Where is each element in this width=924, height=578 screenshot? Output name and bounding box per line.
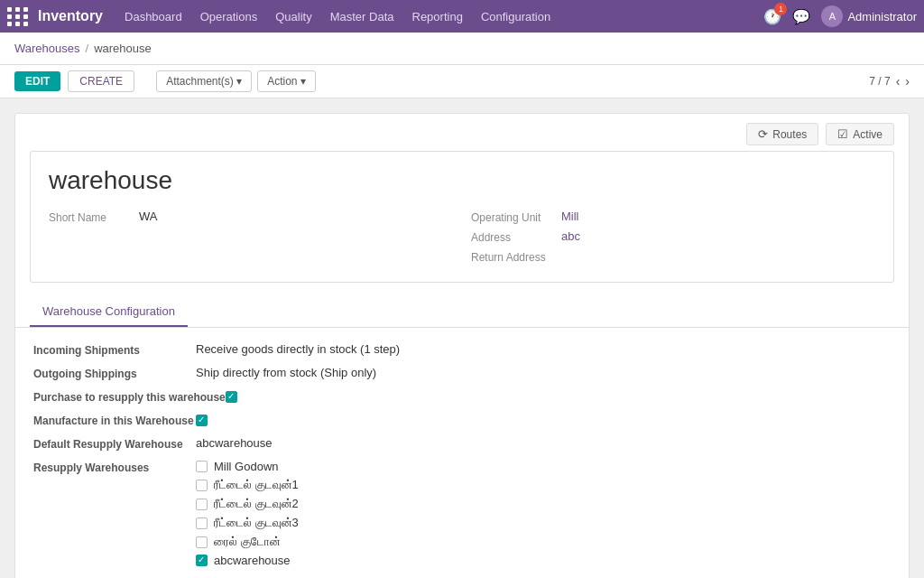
config-section: Incoming Shipments Receive goods directl… <box>15 328 909 578</box>
content-area: ⟳ Routes ☑ Active warehouse Short Name W… <box>0 98 924 578</box>
next-button[interactable]: › <box>905 74 910 89</box>
breadcrumb-parent[interactable]: Warehouses <box>14 42 80 55</box>
incoming-label: Incoming Shipments <box>33 342 196 357</box>
pagination-area: 7 / 7 ‹ › <box>869 74 910 89</box>
resupply-item-label: ரீட்டைல் குடவுன்3 <box>214 516 299 530</box>
incoming-value: Receive goods directly in stock (1 step) <box>196 342 400 356</box>
action-button[interactable]: Action ▾ <box>257 70 316 92</box>
address-value[interactable]: abc <box>561 229 580 243</box>
default-resupply-label: Default Resupply Warehouse <box>33 436 196 451</box>
resupply-item-label: ரீட்டைல் குடவுன்1 <box>214 478 299 492</box>
breadcrumb: Warehouses / warehouse <box>14 42 152 55</box>
nav-quality[interactable]: Quality <box>275 10 311 23</box>
app-grid-icon[interactable] <box>7 7 29 26</box>
purchase-label: Purchase to resupply this warehouse <box>33 389 226 404</box>
list-item[interactable]: abcwarehouse <box>196 554 299 567</box>
nav-dashboard[interactable]: Dashboard <box>125 10 182 23</box>
routes-icon: ⟳ <box>758 127 768 141</box>
resupply-item-label: ரைல் குடோன் <box>214 535 281 549</box>
nav-operations[interactable]: Operations <box>200 10 258 23</box>
list-item[interactable]: ரீட்டைல் குடவுன்3 <box>196 516 299 530</box>
card-top-actions: ⟳ Routes ☑ Active <box>15 114 909 151</box>
app-name: Inventory <box>38 8 103 24</box>
return-address-label: Return Address <box>471 249 552 264</box>
resupply-item-label: abcwarehouse <box>214 554 291 567</box>
warehouse-title: warehouse <box>49 166 875 195</box>
manufacture-row: Manufacture in this Warehouse <box>33 413 891 427</box>
avatar: A <box>821 5 843 27</box>
attachments-button[interactable]: Attachment(s) ▾ <box>156 70 252 92</box>
checkbox-empty-icon[interactable] <box>196 461 208 472</box>
address-row: Address abc <box>471 229 875 244</box>
nav-configuration[interactable]: Configuration <box>481 10 550 23</box>
operating-unit-row: Operating Unit Mill <box>471 210 875 224</box>
list-item[interactable]: ரைல் குடோன் <box>196 535 299 549</box>
return-address-row: Return Address <box>471 249 875 264</box>
address-label: Address <box>471 229 552 244</box>
manufacture-checked-icon <box>196 415 208 426</box>
breadcrumb-separator: / <box>86 42 89 55</box>
breadcrumb-current: warehouse <box>94 42 152 55</box>
nav-master-data[interactable]: Master Data <box>330 10 394 23</box>
manufacture-label: Manufacture in this Warehouse <box>33 413 196 427</box>
routes-button[interactable]: ⟳ Routes <box>746 123 818 145</box>
operating-unit-label: Operating Unit <box>471 210 552 224</box>
checkbox-empty-icon[interactable] <box>196 517 208 529</box>
checkbox-empty-icon[interactable] <box>196 480 208 491</box>
resupply-warehouses-label: Resupply Warehouses <box>33 460 196 474</box>
field-grid: Short Name WA Operating Unit Mill Addres… <box>49 210 875 264</box>
checkbox-checked-icon[interactable] <box>196 555 208 566</box>
outgoing-label: Outgoing Shippings <box>33 366 196 380</box>
short-name-row: Short Name WA <box>49 210 453 264</box>
default-resupply-value: abcwarehouse <box>196 436 273 450</box>
breadcrumb-bar: Warehouses / warehouse <box>0 33 924 65</box>
create-button[interactable]: CREATE <box>68 70 134 92</box>
warehouse-header-box: warehouse Short Name WA Operating Unit M… <box>30 151 894 283</box>
pagination-text: 7 / 7 <box>869 75 890 88</box>
top-navigation: Inventory Dashboard Operations Quality M… <box>0 0 924 33</box>
user-name: Administrator <box>847 10 917 23</box>
nav-reporting[interactable]: Reporting <box>412 10 463 23</box>
resupply-item-label: Mill Godown <box>214 460 279 473</box>
prev-button[interactable]: ‹ <box>896 74 901 89</box>
outgoing-shippings-row: Outgoing Shippings Ship directly from st… <box>33 366 891 380</box>
manufacture-checkbox[interactable] <box>196 413 208 426</box>
toolbar: EDIT CREATE Attachment(s) ▾ Action ▾ 7 /… <box>0 65 924 98</box>
outgoing-value: Ship directly from stock (Ship only) <box>196 366 376 379</box>
tabs: Warehouse Configuration <box>15 297 909 328</box>
purchase-checkbox[interactable] <box>226 389 237 403</box>
list-item[interactable]: Mill Godown <box>196 460 299 473</box>
purchase-resupply-row: Purchase to resupply this warehouse <box>33 389 891 404</box>
short-name-label: Short Name <box>49 210 130 224</box>
nav-right: 🕐 1 💬 A Administrator <box>763 5 917 27</box>
notification-badge: 1 <box>774 3 787 15</box>
edit-button[interactable]: EDIT <box>14 71 60 91</box>
user-menu[interactable]: A Administrator <box>821 5 917 27</box>
operating-unit-value[interactable]: Mill <box>561 210 579 223</box>
resupply-list: Mill Godownரீட்டைல் குடவுன்1ரீட்டைல் குட… <box>196 460 299 567</box>
resupply-warehouses-row: Resupply Warehouses Mill Godownரீட்டைல் … <box>33 460 891 567</box>
incoming-shipments-row: Incoming Shipments Receive goods directl… <box>33 342 891 357</box>
default-resupply-row: Default Resupply Warehouse abcwarehouse <box>33 436 891 451</box>
clock-icon[interactable]: 🕐 1 <box>763 8 781 25</box>
list-item[interactable]: ரீட்டைல் குடவுன்2 <box>196 497 299 511</box>
purchase-checked-icon <box>226 391 237 403</box>
checkbox-empty-icon[interactable] <box>196 536 208 548</box>
tab-warehouse-configuration[interactable]: Warehouse Configuration <box>30 297 188 327</box>
active-button[interactable]: ☑ Active <box>826 123 894 145</box>
nav-links: Dashboard Operations Quality Master Data… <box>125 10 763 23</box>
active-icon: ☑ <box>837 127 848 141</box>
short-name-value: WA <box>139 210 157 223</box>
list-item[interactable]: ரீட்டைல் குடவுன்1 <box>196 478 299 492</box>
resupply-item-label: ரீட்டைல் குடவுன்2 <box>214 497 299 511</box>
chat-icon[interactable]: 💬 <box>792 8 810 25</box>
checkbox-empty-icon[interactable] <box>196 499 208 510</box>
main-card: ⟳ Routes ☑ Active warehouse Short Name W… <box>14 113 910 578</box>
